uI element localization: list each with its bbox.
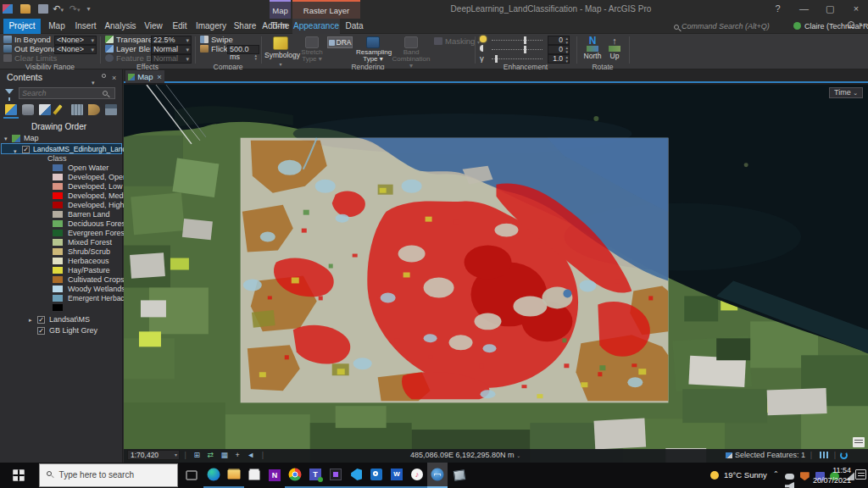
task-view-button[interactable]: [181, 463, 202, 488]
layer-row-landuse[interactable]: ▾ ✓ LandsatMS_Edinburgh_LandUse: [1, 143, 122, 154]
tab-imagery[interactable]: Imagery: [193, 19, 229, 34]
brightness-value[interactable]: 0▴▾: [548, 36, 570, 45]
filter-icon[interactable]: [5, 89, 14, 94]
taskbar-app-vscode[interactable]: [346, 463, 366, 488]
taskbar-app-onenote[interactable]: N: [264, 463, 285, 488]
tab-data[interactable]: Data: [342, 19, 367, 34]
taskbar-app-outlook[interactable]: [366, 463, 387, 488]
crosshair-icon[interactable]: +: [236, 449, 240, 462]
contrast-slider[interactable]: [492, 49, 542, 50]
in-beyond-select[interactable]: <None>▾: [54, 36, 97, 45]
close-map-tab-icon[interactable]: ×: [157, 72, 162, 81]
contents-search-input[interactable]: [19, 88, 96, 98]
masking-button: Masking: [445, 36, 475, 46]
contents-search[interactable]: [19, 87, 115, 99]
new-map-icon[interactable]: ⊞: [193, 449, 200, 462]
taskbar-app-teams[interactable]: T: [305, 463, 326, 488]
close-pane-icon[interactable]: ×: [112, 70, 116, 86]
clear-limits-button[interactable]: Clear Limits: [14, 53, 57, 63]
list-by-snapping-icon[interactable]: [71, 104, 83, 115]
collapse-ribbon-icon[interactable]: ▴: [860, 20, 863, 28]
taskbar-app-music[interactable]: ♪: [407, 463, 427, 488]
legend-swatch: [53, 258, 63, 264]
tray-expand-icon[interactable]: ⌃: [773, 470, 779, 478]
tab-appearance[interactable]: Appearance: [292, 19, 340, 34]
gamma-slider[interactable]: [492, 58, 542, 59]
landsat-checkbox[interactable]: ✓: [37, 316, 45, 324]
tab-analysis[interactable]: Analysis: [102, 19, 139, 34]
taskbar-app-notes[interactable]: [449, 463, 470, 488]
list-by-labeling-icon[interactable]: [88, 104, 100, 115]
landuse-checkbox[interactable]: ✓: [22, 146, 30, 153]
map-view-tab[interactable]: Map ×: [125, 70, 164, 83]
tab-project[interactable]: Project: [3, 19, 41, 34]
tab-share[interactable]: Share: [231, 19, 259, 34]
tab-insert[interactable]: Insert: [71, 19, 100, 34]
band-combination-icon: [404, 36, 418, 48]
tab-edit[interactable]: Edit: [168, 19, 192, 34]
action-center-icon[interactable]: [855, 469, 866, 480]
list-by-data-source-icon[interactable]: [22, 104, 34, 115]
customize-qat-icon[interactable]: ▾: [86, 5, 90, 13]
help-button[interactable]: ?: [766, 0, 790, 19]
list-by-editing-icon[interactable]: [53, 104, 62, 115]
scale-input[interactable]: 1:70,420 ▾: [127, 450, 180, 460]
taskbar-app-arcgis-pro[interactable]: [427, 463, 448, 488]
maximize-button[interactable]: ▢: [818, 0, 842, 19]
notifications-bell-icon[interactable]: [848, 21, 854, 28]
selected-features-status[interactable]: Selected Features: 1: [726, 449, 805, 462]
save-icon[interactable]: [38, 4, 48, 14]
pin-icon[interactable]: [102, 74, 106, 78]
taskbar-app-chrome[interactable]: [285, 463, 305, 488]
command-search[interactable]: Command Search (Alt+Q): [674, 20, 788, 32]
map-canvas[interactable]: [124, 85, 868, 463]
time-button[interactable]: Time ⌄: [829, 87, 863, 98]
user-menu[interactable]: Claire (Technical Research) ▾: [804, 20, 868, 33]
flicker-input[interactable]: 500.0 ms▴▾: [227, 45, 259, 54]
layer-row-landsat[interactable]: ▸ ✓ Landsat\MS: [0, 315, 123, 324]
save-project-icon[interactable]: [3, 4, 13, 14]
tray-volume-icon[interactable]: [785, 482, 794, 488]
list-by-drawing-order-icon[interactable]: [5, 104, 17, 115]
refresh-icon[interactable]: [840, 452, 848, 459]
minimize-button[interactable]: —: [792, 0, 815, 19]
swipe-button[interactable]: Swipe: [211, 35, 233, 44]
list-by-selection-icon[interactable]: [39, 104, 51, 115]
audio-icon[interactable]: ◄: [247, 449, 254, 462]
weather-status[interactable]: 19°C Sunny: [724, 470, 767, 480]
taskbar-app-edge[interactable]: [203, 463, 224, 488]
layer-row-basemap[interactable]: ✓ GB Light Grey: [0, 326, 123, 336]
contextual-group-raster-layer: Raster Layer: [292, 0, 360, 19]
tray-cloud-icon[interactable]: [785, 474, 794, 480]
open-project-icon[interactable]: [20, 4, 31, 14]
redo-icon[interactable]: ↷▾: [70, 3, 81, 14]
taskbar-app-explorer[interactable]: [224, 463, 244, 488]
coordinates-readout[interactable]: 485,086.09E 6,192,295.80N m ⌄: [410, 449, 520, 463]
basemap-checkbox[interactable]: ✓: [37, 327, 45, 335]
out-beyond-select[interactable]: <None>▾: [54, 45, 97, 54]
taskbar-app-word[interactable]: W: [387, 463, 407, 488]
start-button[interactable]: [8, 463, 29, 488]
taskbar-search[interactable]: Type here to search: [39, 463, 178, 487]
contrast-value[interactable]: 0▴▾: [548, 45, 570, 54]
taskbar-app-ide[interactable]: [326, 463, 346, 488]
tray-shield-icon[interactable]: [800, 472, 810, 480]
pause-drawing-icon[interactable]: [819, 449, 829, 462]
taskbar-app-store[interactable]: [244, 463, 264, 488]
tab-map[interactable]: Map: [44, 19, 70, 34]
list-by-charts-icon[interactable]: [105, 104, 117, 115]
tab-time[interactable]: Time: [270, 19, 291, 34]
grid-icon[interactable]: ▦: [221, 449, 229, 462]
tab-view[interactable]: View: [141, 19, 166, 34]
arcgis-pro-window: ↶▾ ↷▾ ▾ Map Raster Layer DeepLearning_La…: [0, 0, 868, 488]
layer-swap-icon[interactable]: ⇄: [207, 449, 214, 462]
close-button[interactable]: ×: [844, 0, 868, 19]
dra-toggle[interactable]: DRA: [327, 36, 353, 48]
overflow-panel-icon[interactable]: [853, 437, 865, 447]
undo-icon[interactable]: ↶▾: [53, 3, 64, 14]
brightness-slider[interactable]: [492, 40, 542, 41]
tray-clock[interactable]: 11:54 20/07/2021: [813, 465, 851, 485]
layer-row-map[interactable]: ▾ Map: [0, 134, 123, 143]
legend-item: Barren Land: [0, 210, 123, 219]
stretch-type-icon: [305, 36, 319, 48]
